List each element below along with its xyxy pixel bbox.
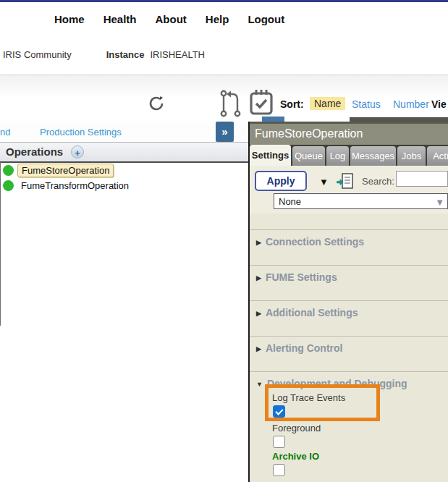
production-diagram-panel: nd Production Settings Operations FumeSt… (0, 122, 248, 482)
tab-queue[interactable]: Queue (292, 146, 325, 166)
settings-category-dropdown[interactable]: None (274, 193, 448, 209)
settings-panel-header: FumeStoreOperation (250, 122, 448, 145)
collapsed-arrow-icon (256, 310, 261, 317)
nav-health[interactable]: Health (103, 13, 137, 25)
status-dot-green (3, 180, 14, 191)
left-panel-links-row: nd Production Settings (0, 122, 248, 142)
sort-by-number[interactable]: Number (393, 98, 429, 110)
foreground-checkbox[interactable] (273, 436, 285, 448)
operation-label[interactable]: FumeTransformOperation (17, 179, 132, 192)
section-label: Development and Debugging (267, 378, 407, 389)
tab-settings[interactable]: Settings (250, 145, 291, 166)
expanded-arrow-icon (256, 381, 263, 388)
nav-help[interactable]: Help (206, 13, 229, 25)
operation-item-fumetransform[interactable]: FumeTransformOperation (3, 179, 132, 192)
operation-label[interactable]: FumeStoreOperation (17, 164, 114, 177)
section-label: Additional Settings (266, 307, 358, 318)
refresh-icon[interactable] (147, 94, 166, 113)
server-bar: IRIS Community Instance IRISHEALTH (3, 49, 205, 60)
operation-item-fumestore[interactable]: FumeStoreOperation (3, 164, 114, 177)
server-name: IRIS Community (3, 49, 72, 60)
log-trace-events-label: Log Trace Events (272, 392, 345, 403)
operations-header: Operations (0, 142, 248, 163)
collapsed-arrow-icon (256, 345, 261, 352)
section-additional-settings[interactable]: Additional Settings (250, 300, 448, 336)
export-settings-icon[interactable] (337, 172, 354, 191)
archive-io-checkbox[interactable] (273, 464, 285, 476)
foreground-label: Foreground (272, 423, 321, 434)
settings-panel: FumeStoreOperation Settings Queue Log Me… (250, 122, 448, 482)
tab-messages[interactable]: Messages (350, 146, 396, 166)
settings-tabs: Settings Queue Log Messages Jobs Acti (250, 145, 448, 166)
section-fume-settings[interactable]: FUME Settings (250, 265, 448, 300)
section-connection-settings[interactable]: Connection Settings (250, 229, 448, 265)
expand-panel-button[interactable] (216, 122, 234, 142)
legend-link-partial[interactable]: nd (0, 127, 10, 138)
collapsed-arrow-icon (256, 239, 261, 246)
sort-label: Sort: (280, 98, 304, 110)
reroute-icon[interactable] (219, 89, 242, 118)
tab-log[interactable]: Log (326, 146, 349, 166)
dropdown-selected-value: None (279, 196, 301, 207)
nav-home[interactable]: Home (54, 13, 85, 25)
add-operation-button[interactable] (71, 145, 84, 158)
instance-value: IRISHEALTH (150, 49, 205, 60)
section-alerting-control[interactable]: Alerting Control (250, 336, 448, 371)
nav-logout[interactable]: Logout (248, 13, 284, 25)
log-trace-events-checkbox[interactable] (273, 405, 285, 418)
sort-by-name[interactable]: Name (310, 97, 345, 110)
archive-io-label: Archive IO (272, 451, 319, 462)
apply-button[interactable]: Apply (255, 171, 307, 191)
caret-down-icon[interactable] (319, 175, 329, 188)
diagram-left-edge (0, 162, 1, 326)
selected-item-title: FumeStoreOperation (255, 127, 363, 140)
operations-title: Operations (6, 145, 63, 158)
dropdown-arrow-icon (435, 195, 444, 208)
search-input[interactable] (396, 171, 448, 187)
scrollbar-thumb[interactable] (262, 117, 284, 122)
section-label: FUME Settings (266, 271, 337, 283)
section-label: Alerting Control (266, 342, 343, 354)
top-border (0, 0, 448, 2)
instance-label: Instance (106, 49, 145, 60)
sort-by-status[interactable]: Status (352, 98, 381, 110)
tab-jobs[interactable]: Jobs (397, 146, 426, 166)
tasks-check-icon[interactable] (248, 88, 274, 117)
view-label: Vie (431, 98, 447, 110)
status-dot-green (3, 165, 14, 176)
tab-actions[interactable]: Acti (427, 146, 448, 166)
collapsed-arrow-icon (256, 274, 261, 282)
top-nav: Home Health About Help Logout (54, 13, 284, 25)
app-window: Home Health About Help Logout IRIS Commu… (0, 0, 448, 482)
section-label: Connection Settings (266, 236, 364, 248)
production-settings-link[interactable]: Production Settings (40, 127, 122, 138)
nav-about[interactable]: About (156, 13, 187, 25)
search-label: Search: (362, 176, 394, 187)
